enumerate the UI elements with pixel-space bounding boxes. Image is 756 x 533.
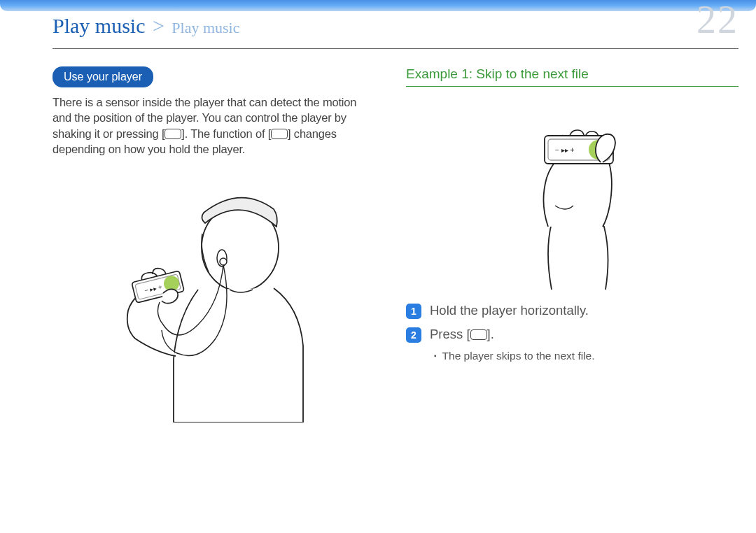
illustration-hand-horizontal-player: − ▸▸ + [406,108,738,290]
button-icon [470,329,487,340]
left-column: Use your player There is a sensor inside… [52,66,364,422]
step-text: Hold the player horizontally. [430,302,589,319]
top-accent-bar [0,0,756,11]
step-text: Press []. [430,326,494,343]
button-icon [271,129,288,139]
right-column: Example 1: Skip to the next file − ▸▸ + [406,66,738,422]
breadcrumb-main: Play music [52,14,146,37]
breadcrumb-separator: > [148,14,169,37]
result-bullet: The player skips to the next file. [434,350,738,362]
step-item: 2 Press []. [406,326,738,343]
svg-text:−  ▸▸  +: − ▸▸ + [555,146,574,154]
page-header: Play music > Play music 22 [52,14,738,49]
illustration-person-holding-player: − ▸▸ + [52,178,364,422]
content-area: Use your player There is a sensor inside… [52,66,738,422]
step-item: 1 Hold the player horizontally. [406,302,738,319]
button-icon [164,129,181,139]
step-text-post: ]. [487,327,494,341]
svg-point-2 [220,258,227,265]
step-text-pre: Press [ [430,327,470,341]
intro-text-2: ]. The function of [ [181,127,271,140]
steps-list: 1 Hold the player horizontally. 2 Press … [406,302,738,343]
step-number-badge: 2 [406,327,421,343]
page-number: 22 [696,0,738,42]
step-number-badge: 1 [406,304,421,319]
breadcrumb-sub: Play music [172,19,239,36]
intro-paragraph: There is a sensor inside the player that… [52,94,364,157]
example-heading: Example 1: Skip to the next file [406,66,738,87]
section-heading-pill: Use your player [52,66,153,87]
